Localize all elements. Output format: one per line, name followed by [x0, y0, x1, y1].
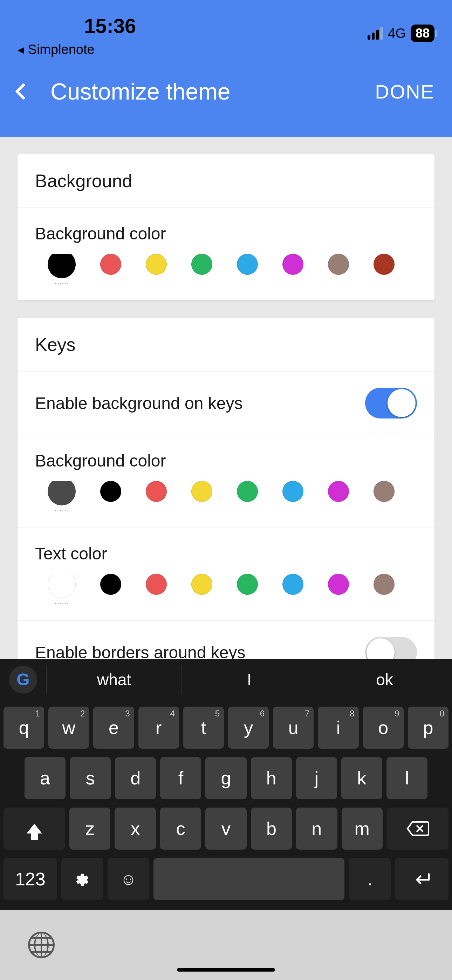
color-swatch[interactable] [237, 254, 258, 275]
color-swatch[interactable] [100, 481, 121, 502]
color-swatch[interactable] [191, 481, 212, 502]
color-swatch[interactable] [374, 254, 395, 275]
color-swatch[interactable] [191, 574, 212, 595]
key-q[interactable]: q1 [3, 706, 44, 749]
key-w[interactable]: w2 [48, 706, 89, 749]
enable-bg-keys-label: Enable background on keys [35, 394, 242, 413]
color-swatch[interactable] [48, 481, 76, 506]
key-l[interactable]: l [387, 757, 428, 799]
background-card: Background Background color [18, 154, 434, 301]
space-key[interactable] [153, 858, 344, 900]
enable-bg-keys-toggle[interactable] [365, 388, 417, 418]
background-color-swatches [35, 254, 417, 284]
gear-icon [74, 871, 91, 887]
color-swatch[interactable] [48, 574, 76, 598]
key-h[interactable]: h [251, 757, 292, 799]
emoji-icon: ☺ [120, 870, 137, 889]
key-v[interactable]: v [205, 808, 246, 850]
key-b[interactable]: b [251, 808, 292, 850]
background-color-label: Background color [35, 224, 417, 243]
color-swatch[interactable] [374, 481, 395, 502]
signal-icon [368, 27, 383, 40]
keyboard-row-3: zxcvbnm [3, 808, 449, 850]
color-swatch[interactable] [374, 574, 395, 595]
key-x[interactable]: x [115, 808, 156, 850]
numbers-key[interactable]: 123 [3, 858, 57, 900]
key-z[interactable]: z [69, 808, 110, 850]
page-title: Customize theme [51, 78, 231, 105]
color-swatch[interactable] [100, 254, 121, 275]
network-label: 4G [388, 26, 406, 41]
suggestion-3[interactable]: ok [317, 666, 452, 694]
nav-bar: Customize theme DONE [0, 57, 452, 105]
color-swatch[interactable] [100, 574, 121, 595]
keys-text-color-swatches [35, 574, 417, 604]
keys-bg-color-label: Background color [35, 451, 417, 470]
settings-key[interactable] [61, 858, 103, 900]
color-swatch[interactable] [146, 574, 167, 595]
key-n[interactable]: n [296, 808, 337, 850]
key-j[interactable]: j [296, 757, 337, 799]
battery-indicator: 88 [411, 24, 434, 42]
status-bar: 15:36 ◂ Simplenote 4G 88 [0, 0, 452, 57]
home-indicator[interactable] [177, 968, 275, 972]
key-k[interactable]: k [341, 757, 382, 799]
backspace-key[interactable] [387, 808, 449, 850]
backspace-icon [406, 821, 429, 837]
globe-icon[interactable] [28, 932, 55, 958]
enter-icon [412, 872, 432, 886]
suggestion-2[interactable]: I [181, 666, 317, 694]
color-swatch[interactable] [328, 254, 349, 275]
keys-card: Keys Enable background on keys Backgroun… [18, 318, 434, 684]
color-swatch[interactable] [328, 481, 349, 502]
google-icon[interactable]: G [9, 666, 37, 694]
key-u[interactable]: u7 [273, 706, 314, 749]
done-button[interactable]: DONE [375, 80, 434, 103]
color-swatch[interactable] [146, 254, 167, 275]
key-d[interactable]: d [115, 757, 156, 799]
key-m[interactable]: m [342, 808, 383, 850]
color-swatch[interactable] [237, 574, 258, 595]
color-swatch[interactable] [237, 481, 258, 502]
emoji-key[interactable]: ☺ [108, 858, 150, 900]
color-swatch[interactable] [282, 481, 304, 502]
key-y[interactable]: y6 [228, 706, 269, 749]
color-swatch[interactable] [282, 254, 304, 275]
color-swatch[interactable] [282, 574, 304, 595]
section-header-background: Background [35, 170, 417, 191]
status-time: 15:36 [84, 14, 136, 38]
key-a[interactable]: a [24, 757, 65, 799]
color-swatch[interactable] [191, 254, 212, 275]
key-e[interactable]: e3 [93, 706, 134, 749]
key-t[interactable]: t5 [183, 706, 224, 749]
key-s[interactable]: s [70, 757, 111, 799]
back-to-app[interactable]: ◂ Simplenote [18, 42, 136, 57]
color-swatch[interactable] [328, 574, 349, 595]
shift-icon [27, 824, 42, 834]
suggestion-1[interactable]: what [46, 666, 181, 694]
enter-key[interactable] [395, 858, 449, 900]
bottom-bar [0, 910, 452, 980]
key-g[interactable]: g [205, 757, 246, 799]
color-swatch[interactable] [48, 254, 76, 278]
key-p[interactable]: p0 [408, 706, 449, 749]
key-f[interactable]: f [160, 757, 201, 799]
color-swatch[interactable] [146, 481, 167, 502]
key-i[interactable]: i8 [318, 706, 358, 749]
section-header-keys: Keys [35, 334, 417, 355]
period-key[interactable]: . [349, 858, 391, 900]
keyboard-suggestions: G what I ok [0, 659, 452, 700]
key-o[interactable]: o9 [363, 706, 404, 749]
key-c[interactable]: c [160, 808, 201, 850]
keys-text-color-label: Text color [35, 544, 417, 563]
back-icon[interactable] [15, 83, 32, 100]
app-header: 15:36 ◂ Simplenote 4G 88 Customize theme… [0, 0, 452, 137]
content-area: Background Background color Keys Enable … [0, 137, 452, 719]
key-r[interactable]: r4 [138, 706, 179, 749]
keys-bg-color-swatches [35, 481, 417, 511]
shift-key[interactable] [3, 808, 65, 850]
